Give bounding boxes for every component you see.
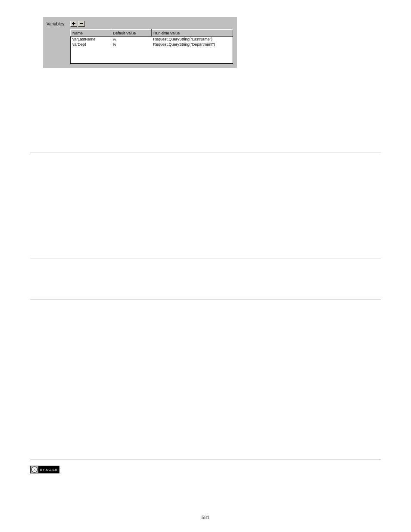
add-variable-button[interactable] [70, 21, 77, 27]
cell-default: % [111, 42, 152, 47]
remove-variable-button[interactable] [78, 21, 85, 27]
cell-runtime: Request.QueryString("Department") [152, 42, 233, 47]
variables-label: Variables: [47, 21, 70, 26]
variables-table[interactable]: Name Default Value Run-time Value varLas… [70, 29, 233, 64]
col-default-header[interactable]: Default Value [111, 30, 152, 37]
col-runtime-header[interactable]: Run-time Value [152, 30, 233, 37]
license-text: BY-NC-SR [38, 466, 59, 473]
license-badge: CC BY-NC-SR [30, 466, 59, 473]
table-header-row: Name Default Value Run-time Value [71, 30, 233, 37]
col-name-header[interactable]: Name [71, 30, 111, 37]
cell-runtime: Request.QueryString("LastName") [152, 37, 233, 42]
variables-panel: Variables: Name Def [43, 17, 237, 68]
page-number: 581 [0, 515, 411, 520]
cell-default: % [111, 37, 152, 42]
table-empty-space [71, 47, 233, 64]
cell-name: varDept [71, 42, 111, 47]
table-row[interactable]: varDept % Request.QueryString("Departmen… [71, 42, 233, 47]
cell-name: varLastName [71, 37, 111, 42]
plus-icon [72, 21, 75, 27]
svg-rect-0 [80, 23, 83, 24]
minus-icon [80, 21, 83, 27]
cc-icon: CC [31, 466, 38, 473]
table-row[interactable]: varLastName % Request.QueryString("LastN… [71, 37, 233, 42]
